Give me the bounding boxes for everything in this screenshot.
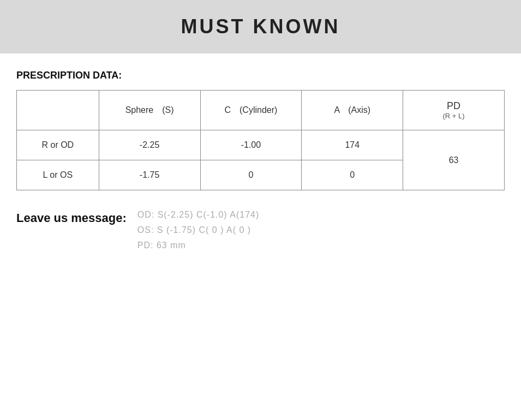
cell-cylinder-os: 0 <box>200 160 302 190</box>
message-line-os: OS: S (-1.75) C( 0 ) A( 0 ) <box>137 225 260 235</box>
cell-sphere-os: -1.75 <box>99 160 200 190</box>
header-cylinder: C (Cylinder) <box>200 91 302 130</box>
header-row-label <box>17 91 99 130</box>
header-pd: PD (R + L) <box>403 91 505 130</box>
page-title: MUST KNOWN <box>0 15 521 38</box>
row-label-od: R or OD <box>17 130 99 160</box>
cell-pd: 63 <box>403 130 505 190</box>
cell-cylinder-od: -1.00 <box>200 130 302 160</box>
message-line-pd: PD: 63 mm <box>137 241 260 250</box>
cell-sphere-od: -2.25 <box>99 130 200 160</box>
header-pd-main: PD <box>409 100 499 112</box>
header-pd-sub: (R + L) <box>409 112 499 120</box>
message-details: OD: S(-2.25) C(-1.0) A(174) OS: S (-1.75… <box>137 210 260 250</box>
cell-axis-od: 174 <box>302 130 403 160</box>
table-row: R or OD -2.25 -1.00 174 63 <box>17 130 505 160</box>
leave-message-section: Leave us message: OD: S(-2.25) C(-1.0) A… <box>16 210 505 250</box>
leave-message-label: Leave us message: <box>16 210 127 225</box>
prescription-table: Sphere (S) C (Cylinder) A (Axis) PD (R +… <box>16 90 505 190</box>
cell-axis-os: 0 <box>302 160 403 190</box>
row-label-os: L or OS <box>17 160 99 190</box>
message-line-od: OD: S(-2.25) C(-1.0) A(174) <box>137 210 260 220</box>
header-banner: MUST KNOWN <box>0 0 521 53</box>
main-content: PRESCRIPTION DATA: Sphere (S) C (Cylinde… <box>0 70 521 250</box>
prescription-section-label: PRESCRIPTION DATA: <box>16 70 505 81</box>
header-axis: A (Axis) <box>302 91 403 130</box>
header-sphere: Sphere (S) <box>99 91 200 130</box>
